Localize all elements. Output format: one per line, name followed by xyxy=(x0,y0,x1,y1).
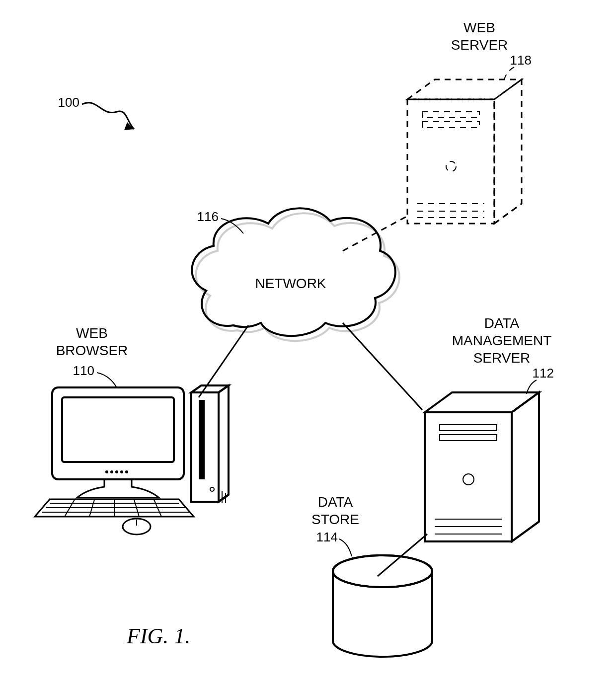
svg-rect-1 xyxy=(422,122,479,128)
svg-point-16 xyxy=(115,470,118,473)
data-store-ref-leader xyxy=(339,539,352,556)
data-store: DATA STORE 114 xyxy=(311,494,432,657)
figure-caption: FIG. 1. xyxy=(126,624,190,648)
link-network-dmserver xyxy=(343,323,422,410)
web-server-ref-leader xyxy=(504,67,514,79)
web-server: WEB SERVER 118 xyxy=(407,20,532,224)
data-store-label-2: STORE xyxy=(311,512,359,527)
network-cloud: NETWORK xyxy=(192,208,399,341)
network-label: NETWORK xyxy=(255,276,326,291)
svg-point-18 xyxy=(125,470,128,473)
svg-rect-0 xyxy=(422,112,479,118)
svg-rect-6 xyxy=(440,425,497,431)
web-server-label-2: SERVER xyxy=(451,37,508,53)
svg-rect-12 xyxy=(52,387,184,479)
overall-ref: 100 xyxy=(58,95,79,110)
data-store-label-1: DATA xyxy=(318,494,353,510)
figure-diagram: 100 NETWORK 116 WEB SERVER 118 DATA MANA… xyxy=(0,0,616,689)
dm-server-label-1: DATA xyxy=(484,315,520,331)
dm-server: DATA MANAGEMENT SERVER 112 xyxy=(425,315,554,541)
svg-point-8 xyxy=(463,474,474,485)
web-browser-ref-leader xyxy=(97,373,117,387)
web-server-label-1: WEB xyxy=(463,20,495,35)
svg-rect-7 xyxy=(440,435,497,441)
network-ref: 116 xyxy=(197,209,219,224)
svg-point-14 xyxy=(105,470,108,473)
data-store-ref: 114 xyxy=(316,530,338,544)
web-server-ref: 118 xyxy=(510,53,532,68)
web-browser-ref: 110 xyxy=(73,363,94,378)
web-browser-label-2: BROWSER xyxy=(56,343,128,358)
svg-rect-29 xyxy=(199,400,205,479)
web-browser: WEB BROWSER 110 xyxy=(35,325,229,535)
dm-server-label-3: SERVER xyxy=(473,350,531,366)
svg-point-15 xyxy=(110,470,113,473)
link-network-browser xyxy=(199,325,248,397)
svg-point-2 xyxy=(446,161,456,171)
web-browser-label-1: WEB xyxy=(76,325,108,341)
svg-rect-13 xyxy=(62,397,174,462)
dm-server-label-2: MANAGEMENT xyxy=(452,333,552,348)
dm-server-ref: 112 xyxy=(533,366,554,381)
svg-point-30 xyxy=(210,487,214,491)
link-network-webserver xyxy=(343,216,407,251)
svg-point-17 xyxy=(120,470,123,473)
